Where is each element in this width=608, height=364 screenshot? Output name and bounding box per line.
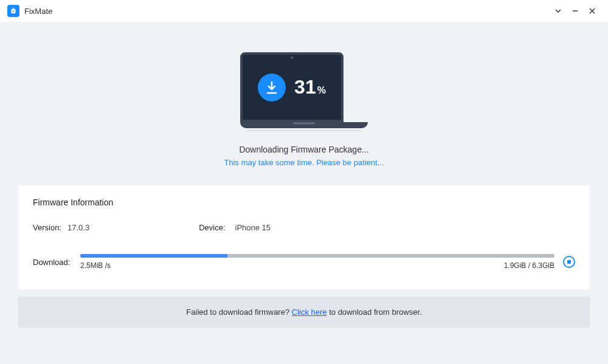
- dropdown-button[interactable]: [550, 2, 567, 19]
- footer-bar: Failed to download firmware? Click here …: [18, 297, 590, 328]
- status-sub: This may take some time. Please be patie…: [18, 158, 590, 167]
- footer-prefix: Failed to download firmware?: [186, 307, 291, 317]
- minimize-button[interactable]: [567, 2, 584, 19]
- status-main: Downloading Firmware Package...: [18, 145, 590, 154]
- stop-button[interactable]: [563, 256, 575, 268]
- hero-section: 31 % Downloading Firmware Package... Thi…: [18, 22, 590, 185]
- percent-symbol: %: [317, 85, 326, 96]
- footer-suffix: to download from browser.: [327, 307, 422, 317]
- download-size: 1.9GiB / 6.3GiB: [504, 261, 554, 270]
- device-value: iPhone 15: [235, 223, 271, 232]
- download-label: Download:: [33, 258, 72, 267]
- app-title: FixMate: [24, 7, 52, 16]
- progress-fill: [80, 254, 227, 258]
- version-value: 17.0.3: [67, 223, 89, 232]
- firmware-info-panel: Firmware Information Version: 17.0.3 Dev…: [18, 185, 590, 289]
- footer-link[interactable]: Click here: [292, 307, 327, 317]
- progress-bar: [80, 254, 554, 258]
- device-label: Device:: [199, 223, 225, 232]
- download-arrow-icon: [258, 74, 286, 101]
- app-logo-icon: [7, 5, 19, 17]
- laptop-illustration: 31 %: [240, 52, 368, 131]
- download-speed: 2.5MiB /s: [80, 261, 111, 270]
- titlebar: FixMate: [0, 0, 608, 22]
- version-label: Version:: [33, 223, 61, 232]
- close-button[interactable]: [584, 2, 601, 19]
- progress-percent: 31: [294, 76, 316, 98]
- panel-title: Firmware Information: [33, 197, 575, 207]
